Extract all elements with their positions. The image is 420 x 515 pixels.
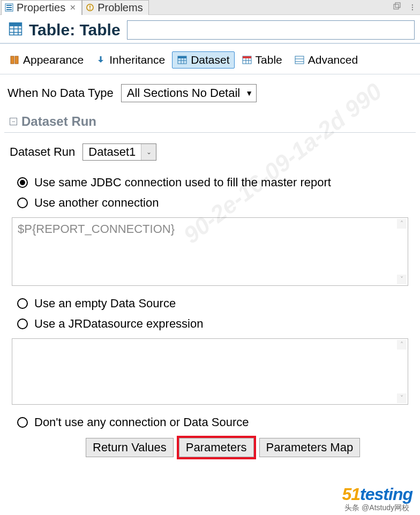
tab-label: Properties [17, 2, 65, 14]
expression-text: $P{REPORT_CONNECTION} [18, 222, 175, 236]
svg-rect-18 [178, 56, 186, 58]
inheritance-icon [95, 55, 106, 65]
radio-label: Don't use any connection or Data Source [34, 415, 249, 429]
radio-another-connection[interactable]: Use another connection [17, 193, 420, 213]
chevron-down-icon: ▼ [245, 89, 253, 97]
problems-icon [86, 3, 94, 12]
radio-icon [17, 319, 28, 329]
dataset-tab[interactable]: Dataset [172, 51, 234, 69]
scroll-up-icon[interactable]: ˄ [397, 219, 407, 229]
radio-icon [17, 177, 28, 188]
view-tab-strip: Properties ✕ Problems ⁝ [0, 0, 420, 15]
combo-value: Dataset1 [88, 145, 136, 159]
svg-rect-10 [10, 22, 22, 26]
page-title: Table: Table [29, 21, 121, 39]
search-input[interactable] [127, 20, 415, 40]
dataset-run-combo[interactable]: Dataset1 ⌄ [82, 143, 156, 161]
radio-icon [17, 198, 28, 208]
scroll-down-icon[interactable]: ˅ [397, 275, 407, 284]
title-row: Table: Table [0, 15, 420, 43]
svg-rect-5 [89, 5, 91, 8]
svg-rect-7 [394, 4, 399, 9]
when-no-data-label: When No Data Type [8, 86, 114, 100]
toolbar-label: Advanced [308, 54, 358, 66]
svg-rect-15 [11, 56, 14, 64]
menu-dots-icon[interactable]: ⁝ [411, 2, 415, 13]
when-no-data-row: When No Data Type All Sections No Detail… [0, 82, 420, 104]
combo-value: All Sections No Detail [127, 86, 241, 100]
logo-part-b: testing [360, 484, 412, 504]
radio-icon [17, 417, 28, 428]
toolbar-label: Appearance [23, 54, 84, 66]
radio-label: Use same JDBC connection used to fill th… [34, 176, 331, 190]
section-title: Dataset Run [21, 114, 96, 129]
advanced-icon [294, 55, 305, 65]
radio-no-connection[interactable]: Don't use any connection or Data Source [17, 412, 420, 433]
dataset-run-section: − Dataset Run [4, 107, 416, 133]
svg-rect-2 [6, 7, 12, 8]
table-icon [242, 55, 252, 65]
dataset-run-row: Dataset Run Dataset1 ⌄ [0, 141, 420, 163]
dataset-run-label: Dataset Run [10, 145, 75, 159]
inheritance-tab[interactable]: Inheritance [91, 51, 170, 69]
svg-rect-27 [295, 56, 304, 64]
byline-text: 头条 @Atstudy网校 [344, 503, 409, 513]
toolbar-label: Inheritance [109, 54, 165, 66]
problems-tab[interactable]: Problems [82, 0, 148, 15]
table-icon [9, 22, 22, 39]
chevron-down-icon: ⌄ [141, 144, 156, 160]
parameters-map-button[interactable]: Parameters Map [259, 438, 361, 457]
logo-part-a: 51 [342, 484, 361, 504]
svg-rect-6 [89, 9, 91, 10]
logo-watermark: 51testing [342, 484, 412, 504]
scroll-up-icon[interactable]: ˄ [397, 340, 407, 350]
radio-icon [17, 298, 28, 309]
properties-icon [5, 3, 13, 12]
tab-label: Problems [98, 2, 142, 14]
radio-same-jdbc[interactable]: Use same JDBC connection used to fill th… [17, 172, 420, 193]
svg-rect-3 [6, 9, 12, 10]
return-values-button[interactable]: Return Values [86, 438, 174, 457]
appearance-icon [9, 55, 20, 65]
section-toolbar: Appearance Inheritance Dataset Table Adv… [0, 48, 420, 72]
connection-radio-group: Use same JDBC connection used to fill th… [0, 172, 420, 213]
advanced-tab[interactable]: Advanced [289, 51, 363, 69]
radio-label: Use another connection [34, 196, 159, 210]
svg-rect-1 [6, 5, 12, 6]
radio-label: Use an empty Data Source [34, 297, 176, 310]
toolbar-label: Table [256, 54, 282, 66]
radio-jrdatasource-expression[interactable]: Use a JRDatasource expression [17, 314, 420, 334]
when-no-data-combo[interactable]: All Sections No Detail ▼ [121, 84, 257, 102]
appearance-tab[interactable]: Appearance [4, 51, 88, 69]
svg-rect-16 [15, 56, 18, 64]
table-tab[interactable]: Table [237, 51, 287, 69]
collapse-icon[interactable]: − [10, 118, 17, 125]
toolbar-label: Dataset [191, 54, 229, 66]
button-row: Return Values Parameters Parameters Map [0, 433, 420, 463]
connection-expression-box[interactable]: $P{REPORT_CONNECTION} ˄ ˅ [12, 217, 408, 286]
jrdatasource-expression-box[interactable]: ˄ ˅ [12, 338, 408, 405]
svg-rect-8 [395, 3, 400, 7]
scroll-down-icon[interactable]: ˅ [397, 393, 407, 403]
svg-rect-23 [243, 56, 251, 58]
radio-empty-datasource[interactable]: Use an empty Data Source [17, 293, 420, 314]
close-icon[interactable]: ✕ [70, 3, 76, 12]
radio-label: Use a JRDatasource expression [34, 317, 203, 331]
dataset-icon [177, 55, 188, 65]
properties-tab[interactable]: Properties ✕ [1, 0, 82, 15]
restore-icon[interactable] [393, 1, 401, 13]
parameters-button[interactable]: Parameters [179, 438, 254, 457]
